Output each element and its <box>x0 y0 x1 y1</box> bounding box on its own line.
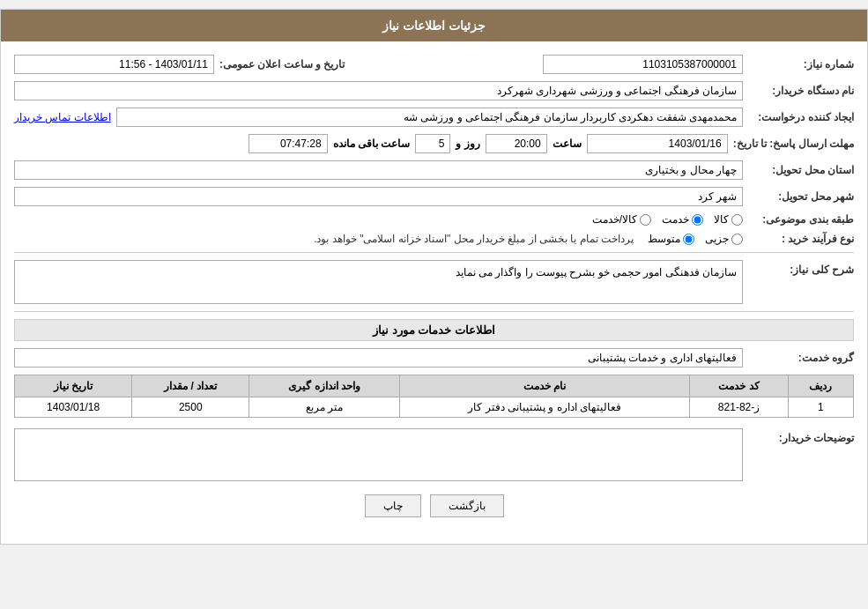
buttons-row: بازگشت چاپ <box>14 494 854 531</box>
field-gorooh-khedmat: فعالیتهای اداری و خدمات پشتیبانی <box>14 348 743 368</box>
field-ijad-konande: محمدمهدی شفقت دهکردی کاربردار سازمان فره… <box>116 108 743 127</box>
row-tozihaat: توضیحات خریدار: <box>14 428 854 481</box>
print-button[interactable]: چاپ <box>365 494 421 517</box>
section-header-services: اطلاعات خدمات مورد نیاز <box>14 319 854 341</box>
radio-mottavasset-label: متوسط <box>648 233 680 245</box>
col-date: تاریخ نیاز <box>15 375 132 397</box>
field-tarikh: 1403/01/11 - 11:56 <box>14 55 214 74</box>
radio-jozii-input[interactable] <box>731 234 743 245</box>
field-saat: 20:00 <box>486 134 547 153</box>
radio-khedmat: خدمت <box>662 213 703 226</box>
col-unit: واحد اندازه گیری <box>249 375 400 397</box>
field-mohlat-date: 1403/01/16 <box>587 134 728 153</box>
page-header: جزئیات اطلاعات نیاز <box>1 10 867 41</box>
radio-jozii: جزیی <box>705 233 743 245</box>
radio-kala-input[interactable] <box>731 214 743 226</box>
label-gorooh-khedmat: گروه خدمت: <box>748 352 854 364</box>
radio-khedmat-input[interactable] <box>692 214 703 226</box>
row-sharh: شرح کلی نیاز: سازمان فدهنگی امور حجمی خو… <box>14 260 854 304</box>
divider-2 <box>14 311 854 312</box>
content-area: شماره نیاز: 1103105387000001 تاریخ و ساع… <box>1 41 867 544</box>
label-ostan: استان محل تحویل: <box>748 164 854 176</box>
col-radif: ردیف <box>788 375 853 397</box>
row-nooe-farayand: نوع فرآیند خرید : جزیی متوسط پرداخت تمام… <box>14 233 854 245</box>
services-table: ردیف کد خدمت نام خدمت واحد اندازه گیری ت… <box>14 375 854 418</box>
radio-kala-khedmat-input[interactable] <box>640 214 651 226</box>
label-ijad-konande: ایجاد کننده درخواست: <box>748 111 854 123</box>
label-saat: ساعت <box>553 137 582 150</box>
label-shomara: شماره نیاز: <box>748 58 854 71</box>
col-code: کد خدمت <box>690 375 788 397</box>
label-naam-dastgah: نام دستگاه خریدار: <box>748 85 854 97</box>
row-ijad-konande: ایجاد کننده درخواست: محمدمهدی شفقت دهکرد… <box>14 108 854 127</box>
textarea-tozihaat[interactable] <box>14 428 743 481</box>
link-ettelaat-tamas[interactable]: اطلاعات تماس خریدار <box>14 111 111 123</box>
radio-jozii-label: جزیی <box>705 233 729 245</box>
row-naam-dastgah: نام دستگاه خریدار: سازمان فرهنگی اجتماعی… <box>14 81 854 100</box>
radio-khedmat-label: خدمت <box>662 213 689 226</box>
field-shahr: شهر کرد <box>14 187 743 206</box>
page-title: جزئیات اطلاعات نیاز <box>382 19 486 33</box>
radio-group-tabaqe: کالا خدمت کالا/خدمت <box>592 213 743 226</box>
field-naam-dastgah: سازمان فرهنگی اجتماعی و ورزشی شهرداری شه… <box>14 81 743 100</box>
page-container: جزئیات اطلاعات نیاز شماره نیاز: 11031053… <box>0 9 868 545</box>
field-rooz: 5 <box>415 134 450 153</box>
label-tabaqe: طبقه بندی موضوعی: <box>748 213 854 226</box>
back-button[interactable]: بازگشت <box>430 494 504 517</box>
services-table-container: ردیف کد خدمت نام خدمت واحد اندازه گیری ت… <box>14 375 854 418</box>
radio-kala-khedmat: کالا/خدمت <box>592 213 651 226</box>
label-tozihaat: توضیحات خریدار: <box>748 432 854 444</box>
table-row: 1ز-82-821فعالیتهای اداره و پشتیبانی دفتر… <box>15 397 854 418</box>
label-mohlat: مهلت ارسال پاسخ: تا تاریخ: <box>733 137 854 150</box>
row-tabaqe: طبقه بندی موضوعی: کالا خدمت کالا/خدمت <box>14 213 854 226</box>
row-shomara-tarikh: شماره نیاز: 1103105387000001 تاریخ و ساع… <box>14 55 854 74</box>
row-shahr: شهر محل تحویل: شهر کرد <box>14 187 854 206</box>
radio-mottavasset: متوسط <box>648 233 694 245</box>
table-header-row: ردیف کد خدمت نام خدمت واحد اندازه گیری ت… <box>15 375 854 397</box>
radio-kala-khedmat-label: کالا/خدمت <box>592 213 637 226</box>
label-shahr: شهر محل تحویل: <box>748 190 854 203</box>
field-baqi: 07:47:28 <box>249 134 328 153</box>
field-shomara: 1103105387000001 <box>543 55 743 74</box>
radio-kala: کالا <box>714 213 743 226</box>
radio-group-farayand: جزیی متوسط <box>648 233 743 245</box>
radio-mottavasset-input[interactable] <box>683 234 694 245</box>
divider-1 <box>14 252 854 253</box>
field-sharh: سازمان فدهنگی امور حجمی خو بشرح پیوست را… <box>14 260 743 304</box>
col-name: نام خدمت <box>399 375 690 397</box>
label-baqi: ساعت باقی مانده <box>333 137 411 150</box>
col-quantity: تعداد / مقدار <box>132 375 249 397</box>
label-nooe-farayand: نوع فرآیند خرید : <box>748 233 854 245</box>
radio-kala-label: کالا <box>714 213 729 226</box>
row-ostan: استان محل تحویل: چهار محال و بختیاری <box>14 160 854 180</box>
row-mohlat: مهلت ارسال پاسخ: تا تاریخ: 1403/01/16 سا… <box>14 134 854 153</box>
label-rooz: روز و <box>456 137 479 150</box>
field-ostan: چهار محال و بختیاری <box>14 160 743 180</box>
label-tarikh: تاریخ و ساعت اعلان عمومی: <box>219 58 345 71</box>
farayand-note: پرداخت تمام یا بخشی از مبلغ خریدار محل "… <box>314 233 634 245</box>
row-gorooh-khedmat: گروه خدمت: فعالیتهای اداری و خدمات پشتیب… <box>14 348 854 368</box>
table-body: 1ز-82-821فعالیتهای اداره و پشتیبانی دفتر… <box>15 397 854 418</box>
label-sharh: شرح کلی نیاز: <box>748 264 854 276</box>
